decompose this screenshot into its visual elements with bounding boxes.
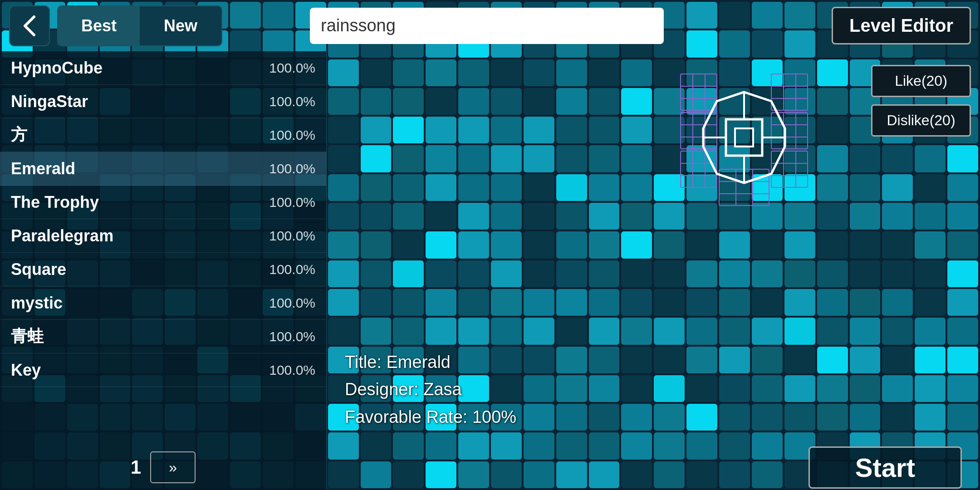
row-title: Square <box>11 260 269 279</box>
list-item[interactable]: NingaStar100.0% <box>0 85 326 118</box>
list-item[interactable]: 方100.0% <box>0 118 326 152</box>
level-info: Title: Emerald Designer: Zasa Favorable … <box>345 348 516 431</box>
row-score: 100.0% <box>269 228 315 244</box>
back-button[interactable] <box>9 5 50 46</box>
level-title: Title: Emerald <box>345 348 516 376</box>
tab-new[interactable]: New <box>140 6 221 45</box>
list-item[interactable]: Square100.0% <box>0 253 326 286</box>
row-score: 100.0% <box>269 329 315 344</box>
row-score: 100.0% <box>269 262 315 277</box>
bottom-bar: Start <box>327 445 980 490</box>
row-score: 100.0% <box>269 127 315 143</box>
right-panel: Like(20) Dislike(20) <box>327 51 980 490</box>
row-title: 青蛙 <box>11 325 269 348</box>
tab-group: Best New <box>57 5 222 46</box>
pagination: 1 » <box>0 445 326 490</box>
list-item[interactable]: The Trophy100.0% <box>0 186 326 219</box>
list-item[interactable]: 青蛙100.0% <box>0 320 326 353</box>
level-editor-button[interactable]: Level Editor <box>832 7 971 44</box>
row-title: Emerald <box>11 159 269 178</box>
list-item[interactable]: Paralelegram100.0% <box>0 219 326 253</box>
list-item[interactable]: Emerald100.0% <box>0 152 326 186</box>
level-rate: Favorable Rate: 100% <box>345 403 516 431</box>
header-bar: Best New Level Editor <box>0 0 980 51</box>
list-panel: HypnoCube100.0%NingaStar100.0%方100.0%Eme… <box>0 51 327 490</box>
row-score: 100.0% <box>269 295 315 311</box>
row-title: Paralelegram <box>11 226 269 245</box>
row-score: 100.0% <box>269 94 315 109</box>
row-title: Key <box>11 361 269 380</box>
page-number: 1 <box>131 456 141 478</box>
list-item[interactable]: mystic100.0% <box>0 286 326 320</box>
row-title: The Trophy <box>11 193 269 212</box>
list-item[interactable]: Key100.0% <box>0 353 326 387</box>
row-score: 100.0% <box>269 363 315 378</box>
search-box <box>310 8 664 44</box>
search-input[interactable] <box>310 8 664 44</box>
row-title: NingaStar <box>11 92 269 111</box>
main-content: HypnoCube100.0%NingaStar100.0%方100.0%Eme… <box>0 51 980 490</box>
row-title: HypnoCube <box>11 59 269 78</box>
level-designer: Designer: Zasa <box>345 376 516 403</box>
start-button[interactable]: Start <box>808 446 962 489</box>
list-item[interactable]: HypnoCube100.0% <box>0 51 326 85</box>
row-score: 100.0% <box>269 60 315 76</box>
next-page-button[interactable]: » <box>150 451 196 483</box>
row-score: 100.0% <box>269 195 315 210</box>
preview-area: Title: Emerald Designer: Zasa Favorable … <box>327 51 980 445</box>
row-title: mystic <box>11 294 269 313</box>
row-score: 100.0% <box>269 161 315 176</box>
row-title: 方 <box>11 124 269 146</box>
tab-best[interactable]: Best <box>58 6 140 45</box>
level-list: HypnoCube100.0%NingaStar100.0%方100.0%Eme… <box>0 51 326 445</box>
